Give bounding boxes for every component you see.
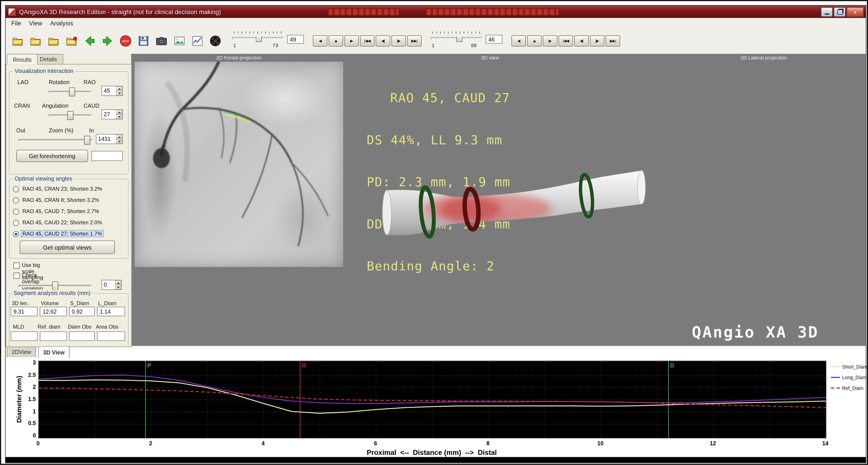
legend-swatch xyxy=(831,388,840,389)
qangio-watermark: QAngio XA 3D xyxy=(692,323,819,342)
tab-results[interactable]: Results xyxy=(7,54,38,65)
frame-number-box-2[interactable]: 46 xyxy=(486,35,502,44)
slider-thumb[interactable] xyxy=(84,136,91,145)
menu-analysis[interactable]: Analysis xyxy=(46,19,77,28)
seg-value-diamobs[interactable] xyxy=(69,332,95,341)
next-frame-button[interactable]: |▶ xyxy=(392,35,406,46)
next-frame-button[interactable]: |▶ xyxy=(590,35,604,46)
green-back-arrow-icon xyxy=(84,35,96,47)
menu-view[interactable]: View xyxy=(25,19,46,28)
zoom-up-button[interactable] xyxy=(116,134,122,139)
seg-value-sdiam[interactable]: 0.92 xyxy=(69,307,95,316)
stop-frame-button[interactable]: ■ xyxy=(329,35,343,46)
forward-button[interactable] xyxy=(100,33,116,49)
angulation-slider[interactable] xyxy=(49,111,92,120)
seg-value-3dlen[interactable]: 9.31 xyxy=(11,307,38,316)
group-visualization-label: Visualization interaction xyxy=(13,68,75,74)
angulation-value[interactable]: 27 xyxy=(102,110,116,119)
snapshot-button[interactable] xyxy=(154,33,169,49)
frontal-projection-image[interactable] xyxy=(134,62,343,267)
screenshot-frame: QAngioXA 3D Research Edition - straight … xyxy=(0,0,868,465)
rotation-down-button[interactable] xyxy=(116,91,122,95)
zoom-value[interactable]: 1431 xyxy=(96,134,116,144)
zoom-down-button[interactable] xyxy=(116,139,122,144)
play-button[interactable]: ▶ xyxy=(543,35,557,46)
folder-open-icon xyxy=(30,35,42,47)
seg-value-volume[interactable]: 12.62 xyxy=(40,307,67,316)
seg-value-areaobs[interactable] xyxy=(97,332,125,341)
get-optimal-views-button[interactable]: Get optimal views xyxy=(20,241,115,254)
slider-thumb[interactable] xyxy=(69,88,75,96)
foreshortening-value-box[interactable] xyxy=(92,151,123,161)
get-foreshortening-button[interactable]: Get foreshortening xyxy=(17,150,88,162)
radio-rao45-caud22[interactable]: RAO 45, CAUD 22; Shorten 2.0% xyxy=(6,219,127,227)
slider-thumb[interactable] xyxy=(52,281,58,290)
first-frame-button[interactable]: |◀◀ xyxy=(360,35,375,46)
x-tick-label: 4 xyxy=(256,440,270,446)
seg-value-refdiam[interactable] xyxy=(40,332,67,341)
rotation-value[interactable]: 45 xyxy=(102,86,116,95)
checkbox-icon[interactable] xyxy=(13,262,20,269)
y-tick-label: 2.5 xyxy=(21,372,36,378)
rotation-slider[interactable] xyxy=(49,87,92,96)
slider-thumb[interactable] xyxy=(457,34,463,42)
minimize-button[interactable] xyxy=(821,7,833,17)
maximize-button[interactable] xyxy=(834,7,846,17)
open-file-button-2[interactable] xyxy=(28,33,44,49)
title-bar[interactable]: QAngioXA 3D Research Edition - straight … xyxy=(6,6,866,18)
radio-rao45-cran8[interactable]: RAO 45, CRAN 8; Shorten 3.2% xyxy=(6,197,127,205)
open-file-button-3[interactable] xyxy=(46,33,62,49)
angulation-down-button[interactable] xyxy=(116,115,122,119)
checkbox-icon[interactable] xyxy=(13,273,20,279)
radio-icon xyxy=(13,186,19,192)
angulation-up-button[interactable] xyxy=(116,110,122,115)
slider-track xyxy=(19,139,93,141)
stop-button[interactable]: STOP xyxy=(118,33,133,49)
slider-thumb[interactable] xyxy=(67,111,74,120)
angulation-label: Angulation xyxy=(42,103,69,109)
chart-legend: Short_Diam Long_Diam Ref_Diam xyxy=(831,364,866,396)
overlay-line-bending: Bending Angle: 2 xyxy=(367,259,510,273)
overlap-value[interactable]: 0 xyxy=(102,280,115,289)
image-export-button[interactable] xyxy=(172,33,187,49)
back-button[interactable] xyxy=(82,33,98,49)
play-reverse-button[interactable]: ◀ xyxy=(512,35,526,46)
radio-rao45-cran23[interactable]: RAO 45, CRAN 23; Shorten 3.2% xyxy=(6,186,127,194)
tab-3dview[interactable]: 3D View xyxy=(38,346,69,359)
rotation-up-button[interactable] xyxy=(116,86,122,91)
3d-vessel-model[interactable] xyxy=(378,154,658,252)
folder-open-icon xyxy=(12,35,24,47)
save-button[interactable] xyxy=(136,33,151,49)
play-button[interactable]: ▶ xyxy=(344,35,359,46)
frame-number-box-1[interactable]: 49 xyxy=(287,35,304,44)
last-frame-button[interactable]: ▶▶| xyxy=(606,35,620,46)
close-button[interactable]: × xyxy=(847,7,864,17)
open-file-button-4[interactable] xyxy=(64,33,80,49)
prev-frame-button[interactable]: ◀| xyxy=(574,35,589,46)
frame-slider-2[interactable] xyxy=(431,31,482,41)
play-reverse-button[interactable]: ◀ xyxy=(313,35,328,46)
overlap-up-button[interactable] xyxy=(115,280,121,285)
graph-export-button[interactable] xyxy=(189,33,205,49)
chart-plot-area[interactable]: POD xyxy=(38,361,827,439)
frame-slider-1[interactable] xyxy=(232,31,284,41)
movie-button[interactable] xyxy=(208,33,223,49)
x-tick-label: 12 xyxy=(706,440,720,446)
overlap-down-button[interactable] xyxy=(115,285,121,289)
tab-details[interactable]: Details xyxy=(34,54,63,64)
menu-file[interactable]: File xyxy=(7,19,25,28)
seg-value-ldiam[interactable]: 1.14 xyxy=(97,307,125,316)
radio-rao45-caud27[interactable]: RAO 45, CAUD 27; Shorten 1.7% xyxy=(6,230,127,239)
results-tab-page: Visualization interaction LAO Rotation R… xyxy=(6,64,132,347)
prev-frame-button[interactable]: ◀| xyxy=(376,35,390,46)
overlap-slider[interactable] xyxy=(19,281,92,290)
first-frame-button[interactable]: |◀◀ xyxy=(558,35,573,46)
seg-value-mld[interactable] xyxy=(11,332,38,341)
zoom-slider[interactable] xyxy=(19,135,93,144)
radio-rao45-caud7[interactable]: RAO 45, CAUD 7; Shorten 2.7% xyxy=(6,208,127,216)
last-frame-button[interactable]: ▶▶| xyxy=(407,35,422,46)
slider-thumb[interactable] xyxy=(256,34,262,42)
stop-frame-button[interactable]: ■ xyxy=(527,35,542,46)
open-file-button-1[interactable] xyxy=(10,33,26,49)
seg-header-diamobs: Diam Obs xyxy=(68,324,92,330)
